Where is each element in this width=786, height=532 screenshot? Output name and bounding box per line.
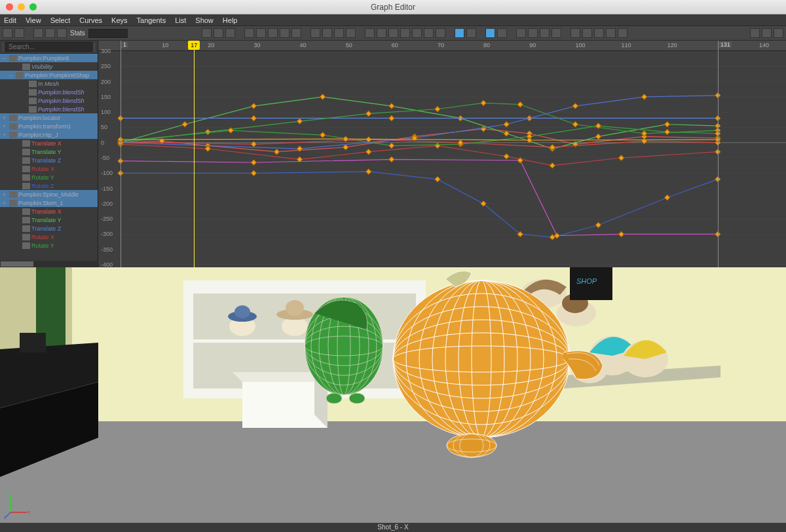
clamped-icon[interactable]: [268, 28, 278, 38]
menu-help[interactable]: Help: [223, 16, 238, 24]
unify-tangent-icon[interactable]: [322, 28, 332, 38]
svg-rect-63: [366, 169, 371, 174]
toolbar: Stats: [0, 26, 786, 41]
svg-rect-38: [251, 115, 256, 121]
outliner-row[interactable]: +Pumpkin:Stem_1: [0, 199, 98, 207]
stepped-icon[interactable]: [280, 28, 290, 38]
post-infinity-icon[interactable]: [582, 28, 592, 38]
snap-value-icon[interactable]: [497, 28, 507, 38]
outliner-row[interactable]: –Pumpkin:Pumpkin6Shap: [0, 71, 98, 79]
plateau-tangent-icon[interactable]: [436, 28, 445, 38]
svg-rect-91: [572, 104, 578, 109]
outliner-row[interactable]: In Mesh: [0, 79, 98, 88]
window-title: Graph Editor: [0, 3, 786, 12]
auto-tangent-icon[interactable]: [365, 28, 375, 38]
curve-canvas[interactable]: [98, 41, 786, 267]
svg-rect-90: [504, 122, 509, 127]
flat-tangent-icon[interactable]: [412, 28, 422, 38]
graph-view[interactable]: 1102030405060708090100110120131140 11311…: [98, 41, 786, 267]
outliner-row[interactable]: Translate X: [0, 139, 98, 147]
menu-keys[interactable]: Keys: [111, 16, 127, 24]
snap-time-icon[interactable]: [485, 28, 495, 38]
outliner-row[interactable]: Translate X: [0, 207, 98, 216]
flat-icon[interactable]: [291, 28, 301, 38]
svg-rect-52: [205, 129, 210, 134]
settings-icon[interactable]: [774, 28, 783, 38]
menu-curves[interactable]: Curves: [79, 16, 102, 24]
time-ruler[interactable]: 1102030405060708090100110120131140: [98, 41, 786, 51]
outliner-row[interactable]: +Pumpkin:Spine_Middle: [0, 190, 98, 199]
break-tangent-icon[interactable]: [310, 28, 320, 38]
outliner-row[interactable]: –Pumpkin:Pumpkin6: [0, 54, 98, 62]
tool-lattice-icon[interactable]: [33, 28, 43, 38]
search-input[interactable]: [5, 42, 92, 52]
center-icon[interactable]: [225, 28, 235, 38]
outliner-row[interactable]: Translate Z: [0, 224, 98, 233]
oscillate-icon[interactable]: [618, 28, 627, 38]
node-icon: [29, 98, 37, 104]
tool-move-icon[interactable]: [3, 28, 12, 38]
filter-icon[interactable]: [3, 43, 3, 52]
pre-infinity-icon[interactable]: [571, 28, 580, 38]
node-icon: [22, 166, 30, 172]
renorm-icon[interactable]: [552, 28, 561, 38]
buffer-b-icon[interactable]: [466, 28, 476, 38]
menu-tangents[interactable]: Tangents: [137, 16, 166, 24]
frame-all-icon[interactable]: [202, 28, 212, 38]
outliner-row[interactable]: +Pumpkin:transform1: [0, 122, 98, 130]
spline-tangent-icon[interactable]: [377, 28, 386, 38]
svg-rect-111: [20, 333, 46, 352]
frame-playback-icon[interactable]: [214, 28, 223, 38]
outliner-row[interactable]: Visibility: [0, 62, 98, 71]
linear-icon[interactable]: [256, 28, 266, 38]
dropdown-icon[interactable]: [94, 43, 95, 52]
free-tangent-icon[interactable]: [334, 28, 344, 38]
buffer-a-icon[interactable]: [455, 28, 464, 38]
svg-text:z: z: [4, 515, 7, 519]
outliner-row[interactable]: Rotate Y: [0, 173, 98, 181]
menu-view[interactable]: View: [26, 16, 41, 24]
tool-retime-icon[interactable]: [57, 28, 67, 38]
scrollbar[interactable]: [0, 261, 98, 267]
status-text: Shot_6 - X: [377, 523, 408, 531]
outliner-row[interactable]: Rotate X: [0, 164, 98, 173]
menu-show[interactable]: Show: [195, 16, 214, 24]
step-tangent-icon[interactable]: [424, 28, 434, 38]
outliner-row[interactable]: Translate Z: [0, 156, 98, 164]
outliner-row[interactable]: Pumpkin:blendSh: [0, 88, 98, 96]
svg-rect-81: [251, 142, 256, 147]
tool-insert-icon[interactable]: [14, 28, 24, 38]
svg-rect-34: [595, 134, 601, 139]
open-trax-icon[interactable]: [762, 28, 772, 38]
viewport[interactable]: SHOP: [0, 267, 786, 523]
clamped-tangent-icon[interactable]: [388, 28, 398, 38]
normalize-icon[interactable]: [540, 28, 550, 38]
menu-list[interactable]: List: [175, 16, 186, 24]
stats-input[interactable]: [88, 29, 128, 38]
lock-tangent-icon[interactable]: [346, 28, 356, 38]
svg-rect-45: [366, 149, 371, 154]
outliner-row[interactable]: Translate Y: [0, 216, 98, 224]
outliner-row[interactable]: Translate Y: [0, 147, 98, 156]
outliner-row[interactable]: Pumpkin:blendSh: [0, 105, 98, 113]
linear-tangent-icon[interactable]: [400, 28, 410, 38]
outliner-row[interactable]: Rotate Z: [0, 181, 98, 190]
statusbar: Shot_6 - X: [0, 523, 786, 532]
outliner-row[interactable]: +Pumpkin:locator: [0, 113, 98, 122]
menu-select[interactable]: Select: [50, 16, 71, 24]
outliner-row[interactable]: +Pumpkin:Hip_J: [0, 130, 98, 139]
stacked-icon[interactable]: [528, 28, 538, 38]
outliner-list[interactable]: –Pumpkin:Pumpkin6Visibility–Pumpkin:Pump…: [0, 54, 98, 261]
tool-region-icon[interactable]: [45, 28, 55, 38]
outliner-row[interactable]: Rotate Y: [0, 241, 98, 250]
menu-edit[interactable]: Edit: [4, 16, 16, 24]
node-icon: [22, 183, 30, 189]
outliner-row[interactable]: Rotate X: [0, 233, 98, 241]
open-dope-icon[interactable]: [750, 28, 760, 38]
cycle-offset-icon[interactable]: [606, 28, 616, 38]
svg-rect-78: [664, 129, 669, 134]
cycle-icon[interactable]: [594, 28, 604, 38]
outliner-row[interactable]: Pumpkin:blendSh: [0, 96, 98, 105]
spline-icon[interactable]: [244, 28, 254, 38]
isolate-icon[interactable]: [516, 28, 526, 38]
